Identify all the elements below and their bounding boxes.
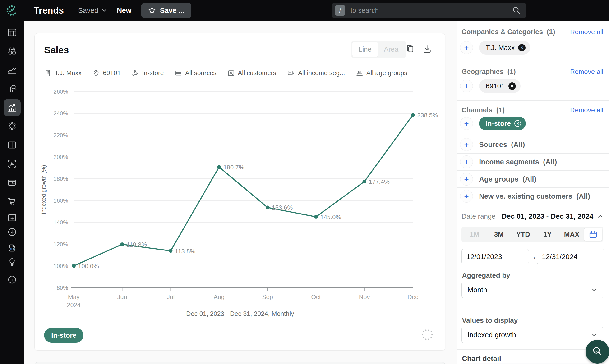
filter-chip-company[interactable]: T.J. Maxx [44,69,81,77]
company-icon [44,69,52,77]
preset-ytd[interactable]: YTD [511,231,535,238]
channel-tag[interactable]: In-store ✕ [479,117,526,130]
svg-text:177.4%: 177.4% [369,178,390,185]
sidebar-item-trends[interactable] [0,62,24,79]
chevron-up-icon [597,213,603,220]
search-placeholder: to search [351,7,512,14]
sidebar-divider [3,270,21,270]
sidebar-item-wallet[interactable] [0,174,24,191]
page-title: Trends [34,5,64,16]
binoculars-icon [7,46,17,56]
svg-text:Sep: Sep [262,293,273,300]
channels-chip-row: + In-store ✕ [460,117,526,130]
remove-company-icon[interactable]: ✕ [518,44,526,52]
sidebar-item-insights[interactable] [0,253,24,270]
channel-tag-label: In-store [486,120,511,128]
chevron-down-icon [591,332,597,338]
add-age-group-button[interactable]: + [460,173,473,185]
line-chart[interactable]: 80%100%120%140%160%180%200%220%240%260%M… [35,84,446,310]
svg-text:140%: 140% [54,219,68,226]
preset-3m[interactable]: 3M [487,231,511,238]
filter-chip-geography[interactable]: 69101 [93,69,121,77]
start-date-field[interactable] [461,249,529,264]
legend-pill-in-store[interactable]: In-store [44,328,83,343]
main-content: Sales Line Area [24,21,457,364]
date-range-text: Dec 01, 2023 - Dec 31, 2024 [501,212,593,221]
company-tag[interactable]: T.J. Maxx ✕ [479,41,530,54]
help-search-fab[interactable] [585,340,609,364]
download-circle-icon [7,227,17,237]
info-icon [7,274,17,285]
values-to-display-select[interactable]: Indexed growth [461,326,603,343]
remove-all-channels-link[interactable]: Remove all [570,106,603,114]
svg-text:100.0%: 100.0% [78,262,99,270]
sidebar-item-download[interactable] [0,223,24,241]
filter-chip-channel[interactable]: In-store [132,69,164,77]
panel-divider [457,308,609,308]
search-icon[interactable] [512,6,521,15]
search-input[interactable]: / to search [332,3,527,18]
add-company-button[interactable]: + [460,41,473,54]
svg-text:120%: 120% [54,241,68,247]
sidebar-item-discover[interactable] [0,42,24,60]
add-source-button[interactable]: + [460,138,473,151]
magnifier-smile-icon [591,345,604,358]
geography-tag[interactable]: 69101 ✕ [479,79,521,93]
aggregated-by-select[interactable]: Month [461,282,603,298]
location-pin-icon [93,69,100,77]
copy-chart-button[interactable] [405,44,416,54]
sidebar-item-cart[interactable] [0,193,24,209]
svg-text:238.5%: 238.5% [417,112,438,119]
filter-chip-income[interactable]: All income seg... [287,69,345,77]
table-icon [7,140,17,150]
filter-chip-sources[interactable]: All sources [175,69,217,77]
add-income-segment-button[interactable]: + [460,156,473,168]
remove-all-companies-link[interactable]: Remove all [570,28,603,36]
date-range-header: Date range Dec 01, 2023 - Dec 31, 2024 [461,212,603,221]
filter-row-sources[interactable]: + Sources (All) [460,138,525,151]
top-bar: Trends Saved New Save ... / to search [0,0,609,21]
sidebar-item-person-focus[interactable] [0,155,24,172]
sidebar-item-dashboard[interactable] [0,24,24,41]
filter-chip-label: All income seg... [298,69,345,77]
sidebar-item-data-table[interactable] [0,136,24,154]
save-button[interactable]: Save ... [141,3,191,18]
sidebar-active-highlight [3,99,21,116]
xls-file-icon: XLS [7,243,17,253]
add-geography-button[interactable]: + [460,80,473,92]
clusters-icon [7,121,17,131]
svg-text:Jul: Jul [167,293,175,300]
chart-filter-chips: T.J. Maxx 69101 In-store [44,69,407,77]
preset-1m[interactable]: 1M [462,231,487,238]
sidebar-item-info[interactable] [0,271,24,288]
chart-title: Sales [44,45,69,55]
saved-menu[interactable]: Saved [78,6,107,14]
svg-text:2024: 2024 [67,301,81,309]
remove-channel-icon[interactable]: ✕ [514,120,521,127]
sidebar-item-growth-chart[interactable] [0,99,24,116]
svg-text:XLS: XLS [10,247,15,251]
filter-chip-age[interactable]: All age groups [356,69,407,77]
sidebar-item-chart-search[interactable] [0,80,24,97]
filter-chip-label: In-store [142,69,164,77]
filter-row-age-groups[interactable]: + Age groups (All) [460,173,536,185]
date-range-value[interactable]: Dec 01, 2023 - Dec 31, 2024 [501,212,603,221]
preset-max[interactable]: MAX [560,231,584,238]
add-customer-type-button[interactable]: + [460,190,473,203]
filter-row-new-vs-existing[interactable]: + New vs. existing customers (All) [460,190,590,203]
sidebar-item-clusters[interactable] [0,117,24,135]
new-button[interactable]: New [117,6,132,14]
remove-all-geographies-link[interactable]: Remove all [570,68,603,76]
preset-1y[interactable]: 1Y [535,231,559,238]
svg-text:200%: 200% [54,154,68,160]
toggle-option-area[interactable]: Area [378,42,405,57]
toggle-option-line[interactable]: Line [352,42,378,57]
end-date-field[interactable] [537,249,604,264]
download-chart-button[interactable] [422,44,432,54]
filter-row-income-segments[interactable]: + Income segments (All) [460,156,557,168]
search-shortcut-key: / [335,5,345,16]
add-channel-button[interactable]: + [460,117,473,130]
custom-range-button[interactable] [584,228,602,241]
remove-geography-icon[interactable]: ✕ [508,82,516,90]
filter-chip-customers[interactable]: All customers [228,69,276,77]
